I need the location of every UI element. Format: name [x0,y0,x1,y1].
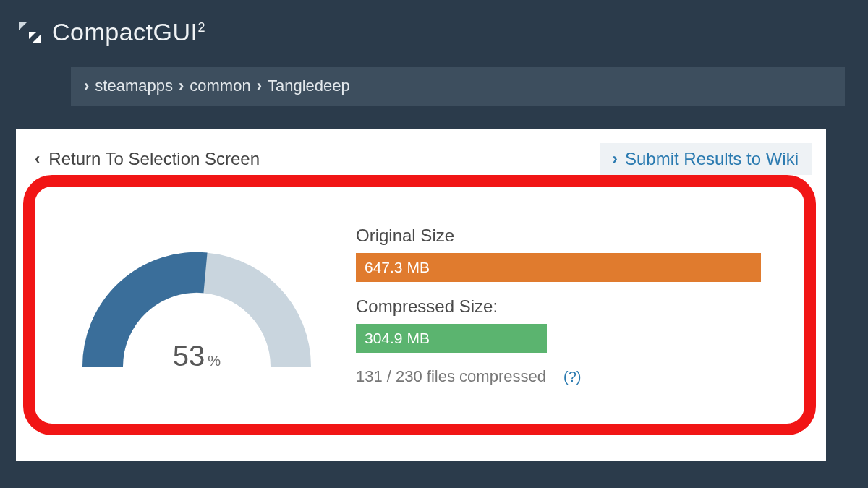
compression-gauge: 53% [38,218,356,386]
compressed-size-bar: 304.9 MB [356,324,547,353]
back-link[interactable]: ‹ Return To Selection Screen [30,146,264,172]
breadcrumb[interactable]: › steamapps › common › Tangledeep [71,67,845,106]
original-size-label: Original Size [356,226,804,246]
chevron-right-icon: › [613,150,618,168]
gauge-percent-label: 53% [77,340,316,372]
help-icon[interactable]: (?) [563,369,581,385]
breadcrumb-segment: steamapps [95,77,173,95]
breadcrumb-segment: Tangledeep [268,77,350,95]
results-area: 53% Original Size 647.3 MB Compressed Si… [30,218,812,386]
chevron-right-icon: › [257,77,262,95]
top-links: ‹ Return To Selection Screen › Submit Re… [30,143,812,175]
app-logo-icon [17,20,42,45]
original-size-value: 647.3 MB [365,259,430,276]
size-stats: Original Size 647.3 MB Compressed Size: … [356,218,804,386]
breadcrumb-segment: common [190,77,250,95]
submit-wiki-label: Submit Results to Wiki [625,149,799,169]
gauge-percent-value: 53 [173,340,205,372]
gauge-arc: 53% [77,247,316,374]
back-link-label: Return To Selection Screen [48,149,260,169]
submit-wiki-link[interactable]: › Submit Results to Wiki [600,143,812,175]
gauge-percent-unit: % [208,353,221,369]
files-compressed-text: 131 / 230 files compressed [356,367,546,385]
compressed-size-value: 304.9 MB [365,330,430,347]
files-compressed-line: 131 / 230 files compressed (?) [356,367,804,386]
svg-marker-0 [19,22,27,30]
chevron-right-icon: › [179,77,184,95]
app-header: CompactGUI2 › steamapps › common › Tangl… [0,0,868,129]
content-panel: ‹ Return To Selection Screen › Submit Re… [16,129,826,461]
svg-marker-2 [29,32,36,39]
svg-marker-1 [32,35,41,43]
compressed-size-label: Compressed Size: [356,296,804,317]
chevron-left-icon: ‹ [35,150,40,168]
original-size-bar: 647.3 MB [356,253,761,282]
chevron-right-icon: › [84,77,89,95]
app-title: CompactGUI2 [52,18,205,46]
app-title-row: CompactGUI2 [17,18,854,46]
